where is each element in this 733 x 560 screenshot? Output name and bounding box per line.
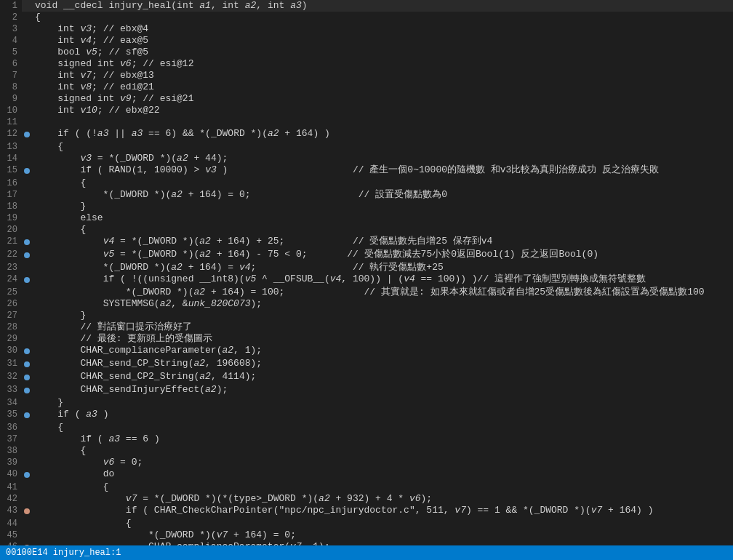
breakpoint-dot[interactable] (22, 35, 32, 47)
table-row: 39 v6 = 0; (0, 457, 733, 468)
code-line: CHAR_sendInjuryEffect(a2); (32, 384, 733, 397)
code-line: { (32, 141, 733, 153)
table-row: 37 if ( a3 == 6 ) (0, 433, 733, 445)
table-row: 17 *(_DWORD *)(a2 + 164) = 0; // 設置受傷點數為… (0, 189, 733, 201)
code-line: SYSTEMMSG(a2, &unk_820C073); (32, 298, 733, 310)
code-line: } (32, 201, 733, 212)
line-number: 40 (0, 468, 22, 481)
breakpoint-dot[interactable] (22, 201, 32, 212)
breakpoint-dot[interactable] (22, 249, 32, 262)
breakpoint-dot[interactable] (22, 481, 32, 493)
breakpoint-dot[interactable] (22, 189, 32, 201)
breakpoint-dot[interactable] (22, 70, 32, 81)
breakpoint-dot[interactable] (22, 422, 32, 433)
breakpoint-dot[interactable] (22, 287, 32, 298)
breakpoint-dot[interactable] (22, 333, 32, 345)
breakpoint-dot[interactable] (22, 128, 32, 141)
code-line: int v7; // ebx@13 (32, 70, 733, 81)
line-number: 28 (0, 321, 22, 333)
breakpoint-dot[interactable] (22, 105, 32, 116)
line-number: 10 (0, 105, 22, 116)
code-line: CHAR_send_CP_String(a2, 196608); (32, 358, 733, 371)
code-line: } (32, 397, 733, 409)
line-number: 42 (0, 493, 22, 505)
line-number: 13 (0, 141, 22, 153)
line-number: 24 (0, 273, 22, 287)
breakpoint-dot[interactable] (22, 224, 32, 236)
breakpoint-dot[interactable] (22, 273, 32, 287)
code-line: CHAR_complianceParameter(v7, 1); (32, 541, 733, 545)
breakpoint-dot[interactable] (22, 384, 32, 397)
breakpoint-dot[interactable] (22, 47, 32, 58)
breakpoint-dot[interactable] (22, 116, 32, 128)
line-number: 34 (0, 397, 22, 409)
breakpoint-dot[interactable] (22, 397, 32, 409)
line-number: 8 (0, 81, 22, 93)
breakpoint-dot[interactable] (22, 58, 32, 70)
table-row: 25 *(_DWORD *)(a2 + 164) = 100; // 其實就是:… (0, 287, 733, 298)
code-line: v4 = *(_DWORD *)(a2 + 164) + 25; // 受傷點數… (32, 236, 733, 249)
code-line: signed int v9; // esi@21 (32, 93, 733, 105)
breakpoint-dot[interactable] (22, 505, 32, 518)
line-number: 39 (0, 457, 22, 468)
status-bar: 00100E14 injury_heal:1 (0, 545, 733, 560)
line-number: 30 (0, 345, 22, 358)
table-row: 21 v4 = *(_DWORD *)(a2 + 164) + 25; // 受… (0, 236, 733, 249)
table-row: 7 int v7; // ebx@13 (0, 70, 733, 81)
line-number: 31 (0, 358, 22, 371)
breakpoint-dot[interactable] (22, 310, 32, 321)
table-row: 36 { (0, 422, 733, 433)
table-row: 28 // 對話窗口提示治療好了 (0, 321, 733, 333)
breakpoint-dot[interactable] (22, 262, 32, 273)
breakpoint-dot[interactable] (22, 212, 32, 224)
code-line: { (32, 12, 733, 23)
breakpoint-dot[interactable] (22, 12, 32, 23)
table-row: 38 { (0, 445, 733, 457)
line-number: 3 (0, 23, 22, 35)
code-line: *(_DWORD *)(v7 + 164) = 0; (32, 529, 733, 541)
code-line: { (32, 445, 733, 457)
breakpoint-dot[interactable] (22, 529, 32, 541)
breakpoint-dot[interactable] (22, 141, 32, 153)
breakpoint-dot[interactable] (22, 153, 32, 164)
breakpoint-dot[interactable] (22, 298, 32, 310)
breakpoint-dot[interactable] (22, 433, 32, 445)
breakpoint-dot[interactable] (22, 371, 32, 384)
line-number: 35 (0, 409, 22, 422)
code-line: v7 = *(_DWORD *)(*(type>_DWORD *)(a2 + 9… (32, 493, 733, 505)
breakpoint-dot[interactable] (22, 493, 32, 505)
code-area[interactable]: 1void __cdecl injury_heal(int a1, int a2… (0, 0, 733, 545)
table-row: 30 CHAR_complianceParameter(a2, 1); (0, 345, 733, 358)
breakpoint-dot[interactable] (22, 541, 32, 545)
breakpoint-dot[interactable] (22, 164, 32, 177)
code-line: { (32, 224, 733, 236)
table-row: 42 v7 = *(_DWORD *)(*(type>_DWORD *)(a2 … (0, 493, 733, 505)
breakpoint-dot[interactable] (22, 358, 32, 371)
breakpoint-dot[interactable] (22, 345, 32, 358)
table-row: 31 CHAR_send_CP_String(a2, 196608); (0, 358, 733, 371)
line-number: 29 (0, 333, 22, 345)
breakpoint-dot[interactable] (22, 23, 32, 35)
breakpoint-dot[interactable] (22, 0, 32, 12)
table-row: 4 int v4; // eax@5 (0, 35, 733, 47)
breakpoint-dot[interactable] (22, 321, 32, 333)
breakpoint-dot[interactable] (22, 93, 32, 105)
line-number: 37 (0, 433, 22, 445)
table-row: 12 if ( (!a3 || a3 == 6) && *(_DWORD *)(… (0, 128, 733, 141)
breakpoint-dot[interactable] (22, 236, 32, 249)
table-row: 24 if ( !((unsigned __int8)(v5 ^ __OFSUB… (0, 273, 733, 287)
table-row: 19 else (0, 212, 733, 224)
breakpoint-dot[interactable] (22, 445, 32, 457)
table-row: 18 } (0, 201, 733, 212)
code-line: // 最後: 更新頭上的受傷圖示 (32, 333, 733, 345)
code-line: CHAR_send_CP2_String(a2, 4114); (32, 371, 733, 384)
breakpoint-dot[interactable] (22, 457, 32, 468)
breakpoint-dot[interactable] (22, 518, 32, 529)
line-number: 7 (0, 70, 22, 81)
breakpoint-dot[interactable] (22, 177, 32, 189)
code-line: // 對話窗口提示治療好了 (32, 321, 733, 333)
breakpoint-dot[interactable] (22, 468, 32, 481)
table-row: 26 SYSTEMMSG(a2, &unk_820C073); (0, 298, 733, 310)
breakpoint-dot[interactable] (22, 81, 32, 93)
breakpoint-dot[interactable] (22, 409, 32, 422)
